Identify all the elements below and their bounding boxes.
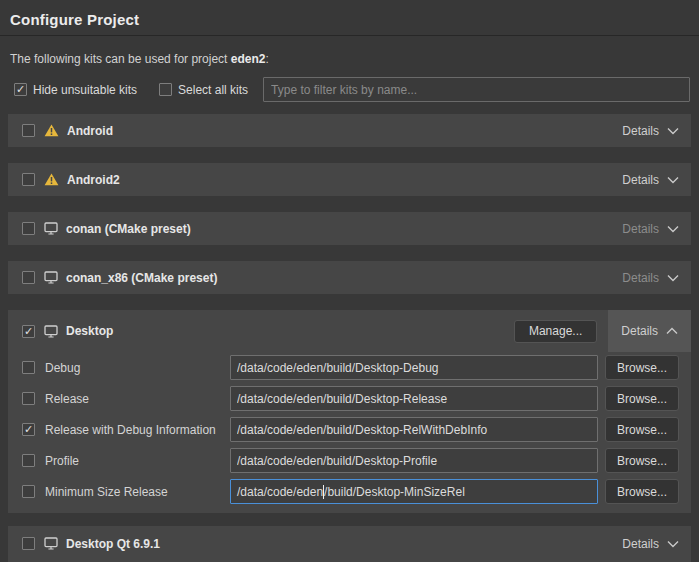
kit-row-android2: ✓ Android2 Details: [8, 163, 691, 196]
release-path-input[interactable]: [230, 386, 598, 411]
project-name: eden2: [231, 52, 266, 66]
kit-checkbox[interactable]: ✓: [22, 325, 35, 338]
kit-row-conan: ✓ conan (CMake preset) Details: [8, 212, 691, 245]
kit-checkbox[interactable]: ✓: [22, 124, 35, 137]
minsizerel-path-input[interactable]: /data/code/eden/build/Desktop-MinSizeRel: [230, 479, 598, 504]
chevron-down-icon: [667, 176, 679, 184]
checkbox-icon[interactable]: ✓: [14, 83, 27, 96]
filter-row: ✓ Hide unsuitable kits ✓ Select all kits: [0, 66, 699, 102]
details-toggle[interactable]: Details: [622, 173, 679, 187]
config-checkbox[interactable]: ✓: [22, 423, 35, 436]
browse-button[interactable]: Browse...: [605, 386, 679, 411]
kit-row-conan-x86: ✓ conan_x86 (CMake preset) Details: [8, 261, 691, 294]
kit-row-desktop: ✓ Desktop Manage... Details ✓ Debug Brow…: [8, 310, 691, 513]
select-all-kits-checkbox[interactable]: ✓ Select all kits: [159, 83, 248, 97]
config-row-relwithdebinfo: ✓ Release with Debug Information Browse.…: [8, 414, 691, 445]
relwithdebinfo-path-input[interactable]: [230, 417, 598, 442]
details-toggle[interactable]: Details: [622, 124, 679, 138]
details-toggle[interactable]: Details: [622, 222, 679, 236]
details-toggle[interactable]: Details: [622, 537, 679, 551]
browse-button[interactable]: Browse...: [605, 448, 679, 473]
kit-name: Android: [67, 124, 113, 138]
config-checkbox[interactable]: ✓: [22, 454, 35, 467]
config-row-debug: ✓ Debug Browse...: [8, 352, 691, 383]
kit-row-desktop-qt: ✓ Desktop Qt 6.9.1 Details: [8, 526, 691, 561]
kit-row-android: ✓ Android Details: [8, 114, 691, 147]
desktop-monitor-icon: [44, 325, 58, 338]
details-toggle[interactable]: Details: [622, 271, 679, 285]
checkbox-icon[interactable]: ✓: [159, 83, 172, 96]
browse-button[interactable]: Browse...: [605, 355, 679, 380]
desktop-monitor-icon: [44, 537, 58, 550]
desktop-monitor-icon: [44, 271, 58, 284]
warning-triangle-icon: [44, 173, 59, 186]
chevron-down-icon: [667, 274, 679, 282]
kit-checkbox[interactable]: ✓: [22, 537, 35, 550]
warning-triangle-icon: [44, 124, 59, 137]
desktop-monitor-icon: [44, 222, 58, 235]
config-row-profile: ✓ Profile Browse...: [8, 445, 691, 476]
profile-path-input[interactable]: [230, 448, 598, 473]
kit-name: Desktop: [66, 324, 113, 338]
kit-filter-input[interactable]: [263, 77, 690, 102]
chevron-down-icon: [667, 127, 679, 135]
config-label: Release with Debug Information: [45, 423, 230, 437]
config-checkbox[interactable]: ✓: [22, 485, 35, 498]
select-all-kits-label: Select all kits: [178, 83, 248, 97]
kit-checkbox[interactable]: ✓: [22, 222, 35, 235]
manage-kits-button[interactable]: Manage...: [514, 320, 597, 343]
config-checkbox[interactable]: ✓: [22, 392, 35, 405]
config-label: Debug: [45, 361, 230, 375]
browse-button[interactable]: Browse...: [605, 479, 679, 504]
page-title: Configure Project: [0, 0, 699, 28]
kit-checkbox[interactable]: ✓: [22, 271, 35, 284]
details-toggle[interactable]: Details: [608, 310, 691, 352]
chevron-down-icon: [667, 540, 679, 548]
chevron-down-icon: [667, 225, 679, 233]
browse-button[interactable]: Browse...: [605, 417, 679, 442]
config-row-release: ✓ Release Browse...: [8, 383, 691, 414]
kits-description: The following kits can be used for proje…: [0, 36, 699, 66]
hide-unsuitable-kits-checkbox[interactable]: ✓ Hide unsuitable kits: [14, 83, 137, 97]
chevron-up-icon: [666, 327, 678, 335]
kit-list: ✓ Android Details ✓ Android2: [0, 102, 699, 561]
kit-name: conan (CMake preset): [66, 222, 191, 236]
config-checkbox[interactable]: ✓: [22, 361, 35, 374]
configure-project-page: Configure Project The following kits can…: [0, 0, 699, 562]
kit-name: Desktop Qt 6.9.1: [66, 537, 160, 551]
debug-path-input[interactable]: [230, 355, 598, 380]
hide-unsuitable-kits-label: Hide unsuitable kits: [33, 83, 137, 97]
config-label: Release: [45, 392, 230, 406]
kit-name: conan_x86 (CMake preset): [66, 271, 217, 285]
config-label: Profile: [45, 454, 230, 468]
config-label: Minimum Size Release: [45, 485, 230, 499]
kit-name: Android2: [67, 173, 120, 187]
config-row-minsizerel: ✓ Minimum Size Release /data/code/eden/b…: [8, 476, 691, 507]
kit-checkbox[interactable]: ✓: [22, 173, 35, 186]
checkmark-icon: ✓: [16, 84, 25, 95]
